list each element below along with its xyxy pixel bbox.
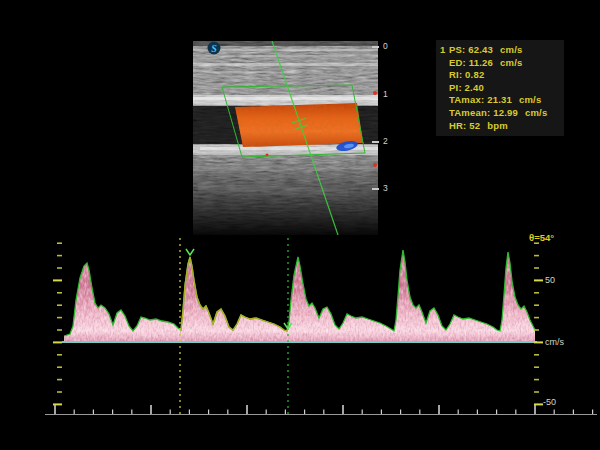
depth-label: 0 [383, 42, 388, 50]
ps-caret-marker-icon [186, 249, 194, 255]
right-velocity-scale [534, 243, 543, 404]
depth-scale: 0 1 2 3 [370, 41, 400, 239]
scale-zero-label: cm/s [545, 337, 564, 347]
focus-marker-icon [373, 91, 377, 95]
measurement-row: HR: 52bpm [440, 120, 560, 133]
measurement-row: TAmax: 21.31cm/s [440, 94, 560, 107]
measurement-row: TAmean: 12.99cm/s [440, 107, 560, 120]
depth-tick [372, 188, 379, 190]
vendor-logo: S [208, 42, 221, 55]
depth-tick [372, 141, 379, 143]
scale-pos-label: 50 [545, 275, 555, 285]
measurement-results-panel: 1PS: 62.43cm/sED: 11.26cm/sRI: 0.82PI: 2… [436, 40, 564, 136]
measurement-row: ED: 11.26cm/s [440, 57, 560, 70]
depth-label: 3 [383, 184, 388, 192]
time-axis [45, 405, 597, 415]
left-velocity-scale [53, 243, 62, 404]
vendor-logo-letter: S [211, 43, 217, 54]
depth-label: 2 [383, 137, 388, 145]
scale-neg-label: -50 [543, 397, 556, 407]
spectral-waveform [60, 240, 540, 344]
angle-label: θ=54° [529, 232, 554, 243]
measurement-row: RI: 0.82 [440, 69, 560, 82]
ultrasound-screen: S 0 1 2 3 1PS: 62.43cm/sED: 11.26cm/sRI:… [0, 0, 600, 450]
depth-tick [372, 46, 379, 48]
measurement-row: 1PS: 62.43cm/s [440, 44, 560, 57]
focus-marker-icon [373, 163, 377, 167]
depth-label: 1 [383, 90, 388, 98]
spectral-doppler-display: θ=54° 50 cm/s -50 [0, 230, 600, 450]
bmode-image: S [193, 41, 378, 235]
measurement-row: PI: 2.40 [440, 82, 560, 95]
